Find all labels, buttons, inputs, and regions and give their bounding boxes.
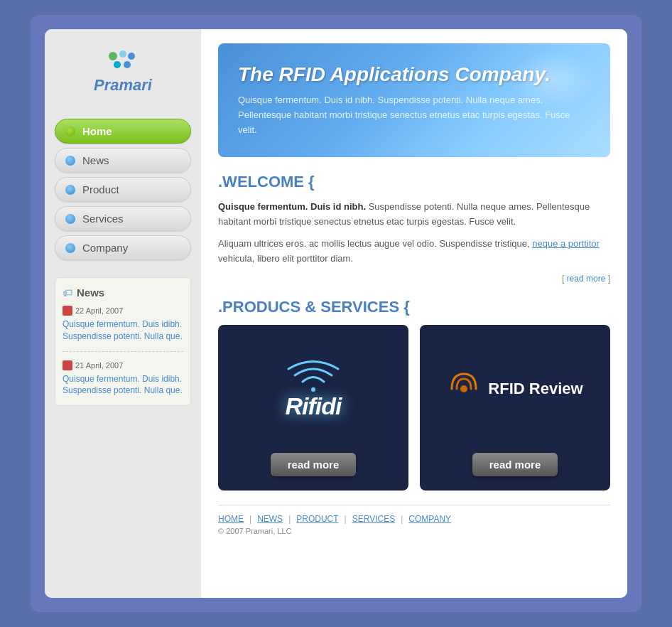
nav-services[interactable]: Services (55, 206, 191, 231)
welcome-para2: Aliquam ultrices eros. ac mollis lectus … (218, 237, 610, 267)
read-more-bracket-close: ] (605, 274, 610, 284)
read-more-bracket-open: [ (562, 274, 567, 284)
products-section: .PRODUCS & SERVICES { (218, 298, 610, 491)
outer-wrapper: Pramari Home News Product Services Co (31, 15, 641, 612)
rfid-review-icon (447, 372, 481, 406)
nav-dot-home (65, 127, 75, 136)
footer-link-services[interactable]: SERVICES (352, 514, 395, 524)
news-item-2: 21 April, 2007 Quisque fermentum. Duis i… (63, 360, 183, 397)
logo-text: Pramari (62, 76, 184, 95)
read-more-line: [ read more ] (218, 274, 610, 284)
nav-dot-product (65, 185, 75, 195)
logo-icon (107, 50, 139, 73)
products-title: .PRODUCS & SERVICES { (218, 298, 610, 316)
footer-sep-1: | (249, 514, 251, 524)
nav-label-news: News (82, 154, 109, 166)
welcome-title: .WELCOME { (218, 173, 610, 191)
hero-text: Quisque fermentum. Duis id nibh. Suspend… (238, 93, 590, 137)
nav-label-home: Home (82, 125, 112, 137)
main-content: The RFID Applications Company. Quisque f… (201, 29, 627, 598)
sidebar-news-title: 🏷 News (63, 286, 183, 299)
news-link-1[interactable]: Quisque fermentum. Duis idibh. Suspendis… (63, 318, 183, 343)
sidebar-news-box: 🏷 News 22 April, 2007 Quisque fermentum.… (55, 277, 191, 406)
nav-dot-news (65, 156, 75, 166)
hero-banner: The RFID Applications Company. Quisque f… (218, 43, 610, 157)
svg-point-1 (119, 50, 126, 58)
nav-dot-company (65, 243, 75, 253)
footer-sep-2: | (288, 514, 291, 524)
welcome-para1: Quisque fermentum. Duis id nibh. Suspend… (218, 200, 610, 230)
products-grid: Rifidi read more (218, 325, 610, 491)
nav-news[interactable]: News (55, 148, 191, 173)
news-link-2[interactable]: Quisque fermentum. Duis idibh. Suspendis… (63, 373, 183, 397)
footer-link-news[interactable]: NEWS (257, 514, 283, 524)
welcome-para2-end: vehicula, libero elit porttitor diam. (218, 253, 353, 264)
nav-label-product: Product (82, 183, 119, 195)
footer-sep-4: | (401, 514, 403, 524)
logo-area: Pramari (55, 43, 191, 102)
nav-label-services: Services (82, 213, 124, 225)
nav-dot-services (65, 214, 75, 224)
news-date-2: 21 April, 2007 (63, 360, 183, 370)
footer-link-home[interactable]: HOME (218, 514, 244, 524)
svg-point-4 (124, 61, 131, 68)
sidebar: Pramari Home News Product Services Co (45, 29, 201, 598)
nav-home[interactable]: Home (55, 119, 191, 144)
calendar-icon-1 (63, 306, 72, 316)
rifidi-read-more-button[interactable]: read more (271, 453, 357, 476)
calendar-icon-2 (63, 360, 72, 370)
rfid-review-read-more-button[interactable]: read more (472, 453, 558, 476)
rifidi-image-area: Rifidi (218, 325, 408, 453)
welcome-section: .WELCOME { Quisque fermentum. Duis id ni… (218, 173, 610, 283)
rfid-review-text: RFID Review (488, 380, 582, 398)
main-container: Pramari Home News Product Services Co (45, 29, 627, 598)
nav-company[interactable]: Company (55, 235, 191, 260)
footer: HOME | NEWS | PRODUCT | SERVICES | COMPA… (218, 505, 610, 535)
svg-point-2 (128, 53, 135, 60)
product-card-rifidi[interactable]: Rifidi read more (218, 325, 408, 491)
footer-link-company[interactable]: COMPANY (408, 514, 451, 524)
svg-point-0 (109, 52, 117, 60)
nav-product[interactable]: Product (55, 177, 191, 202)
rifidi-brand-text: Rifidi (285, 392, 342, 420)
news-date-1: 22 April, 2007 (63, 306, 183, 316)
svg-point-5 (311, 387, 315, 392)
news-item-1: 22 April, 2007 Quisque fermentum. Duis i… (63, 306, 183, 352)
welcome-inline-link[interactable]: neque a porttitor (532, 238, 600, 249)
rfid-review-logo: RFID Review (447, 372, 582, 406)
welcome-bold: Quisque fermentum. Duis id nibh. (218, 201, 366, 212)
footer-copyright: © 2007 Pramari, LLC (218, 527, 610, 535)
footer-link-product[interactable]: PRODUCT (296, 514, 338, 524)
footer-sep-3: | (345, 514, 347, 524)
rifidi-logo: Rifidi (285, 357, 342, 420)
welcome-para2-start: Aliquam ultrices eros. ac mollis lectus … (218, 238, 532, 249)
svg-point-6 (460, 385, 467, 392)
product-card-rfid-review[interactable]: RFID Review read more (420, 325, 610, 491)
rfid-review-image-area: RFID Review (420, 325, 610, 453)
read-more-link[interactable]: read more (567, 274, 606, 284)
nav-label-company: Company (82, 242, 128, 254)
footer-nav: HOME | NEWS | PRODUCT | SERVICES | COMPA… (218, 514, 610, 524)
tag-icon: 🏷 (63, 287, 72, 299)
hero-title: The RFID Applications Company. (238, 63, 590, 86)
svg-point-3 (114, 61, 121, 68)
rifidi-wifi-icon (285, 357, 342, 392)
